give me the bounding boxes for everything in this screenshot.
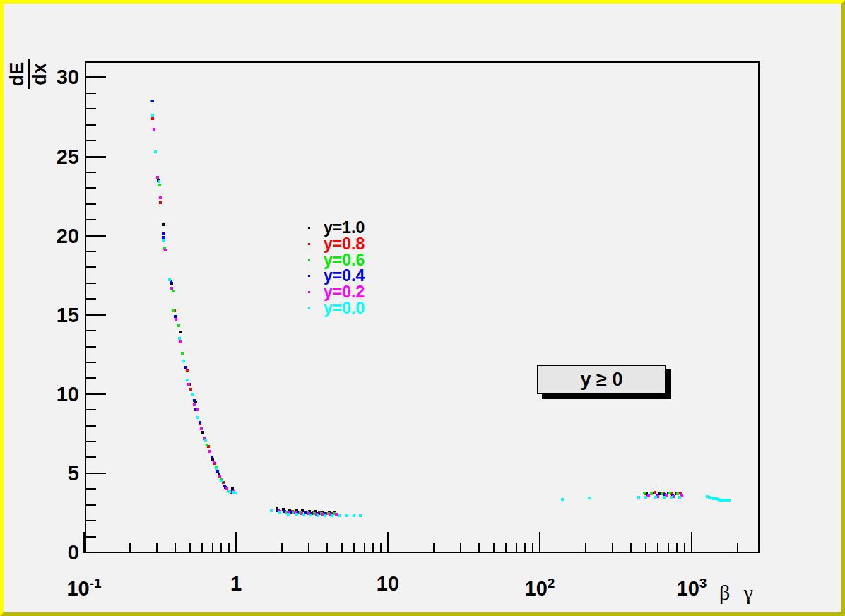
x-major-tick: [387, 532, 389, 553]
x-minor-tick: [372, 543, 374, 553]
x-major-tick: [235, 532, 237, 553]
data-point: [156, 176, 159, 179]
data-point: [151, 100, 154, 102]
data-point: [162, 239, 165, 242]
legend-label: y=0.0: [324, 300, 365, 316]
y-minor-tick: [86, 172, 96, 173]
x-minor-tick: [657, 543, 658, 553]
data-point: [302, 514, 305, 516]
data-point: [189, 388, 192, 391]
x-minor-tick: [645, 543, 646, 553]
root-canvas: 051015202530 10-1110102103 dE dx β γ y=1…: [0, 0, 845, 616]
legend-item: y=0.6: [297, 252, 396, 268]
data-point: [663, 496, 666, 499]
data-point: [204, 439, 207, 442]
y-major-tick: [86, 156, 106, 158]
legend-marker-dot: [308, 275, 310, 277]
legend-marker-dot: [308, 307, 310, 309]
y-minor-tick: [86, 346, 96, 348]
x-minor-tick: [460, 543, 461, 553]
legend-label: y=0.4: [324, 268, 365, 284]
data-point: [211, 456, 213, 458]
x-tick-label: 1: [197, 571, 275, 596]
data-point: [324, 514, 326, 517]
data-point: [588, 497, 591, 499]
annotation-box: y ≥ 0: [537, 365, 666, 394]
data-point: [168, 278, 171, 281]
x-major-tick: [539, 532, 540, 553]
y-minor-tick: [86, 330, 96, 331]
data-point: [647, 494, 650, 497]
dedx-fraction: dE dx: [7, 59, 50, 90]
legend-marker-dot: [308, 243, 310, 245]
x-major-tick: [83, 532, 85, 553]
legend-item: y=0.2: [297, 284, 396, 300]
x-minor-tick: [612, 543, 613, 553]
y-tick-label: 0: [21, 540, 79, 564]
y-minor-tick: [86, 456, 96, 458]
x-minor-tick: [326, 543, 328, 553]
x-minor-tick: [220, 543, 222, 553]
y-tick-label: 10: [21, 382, 79, 406]
legend-label: y=0.8: [324, 236, 365, 252]
x-minor-tick: [228, 543, 230, 553]
legend-item: y=0.4: [297, 268, 396, 284]
y-tick-label: 20: [21, 224, 79, 248]
data-point: [164, 249, 167, 251]
data-point: [184, 366, 187, 369]
y-tick-label: 15: [21, 303, 79, 327]
legend-marker-dot: [308, 227, 310, 229]
x-minor-tick: [189, 543, 191, 553]
data-point: [278, 511, 281, 514]
x-tick-label: 10: [349, 571, 427, 596]
data-point: [151, 114, 154, 117]
y-major-tick: [86, 235, 106, 237]
y-minor-tick: [86, 298, 96, 300]
y-minor-tick: [86, 266, 96, 268]
y-minor-tick: [86, 520, 96, 521]
y-tick-label: 25: [21, 145, 79, 169]
data-point: [654, 496, 657, 499]
annotation-label: y ≥ 0: [581, 369, 623, 390]
data-point: [309, 514, 312, 516]
data-point: [637, 496, 640, 499]
data-point: [158, 184, 161, 186]
y-minor-tick: [86, 283, 96, 284]
y-minor-tick: [86, 504, 96, 506]
data-point: [338, 514, 341, 517]
x-minor-tick: [684, 543, 685, 553]
data-point: [187, 383, 190, 386]
y-minor-tick: [86, 187, 96, 189]
y-major-tick: [86, 393, 106, 395]
legend-label: y=0.6: [324, 252, 365, 268]
x-minor-tick: [308, 543, 309, 553]
y-minor-tick: [86, 203, 96, 205]
data-point: [158, 180, 160, 183]
data-point: [208, 450, 211, 453]
data-point: [290, 511, 292, 514]
y-minor-tick: [86, 536, 96, 538]
y-minor-tick: [86, 251, 96, 252]
data-point: [728, 499, 731, 502]
x-minor-tick: [364, 543, 365, 553]
data-point: [153, 128, 155, 131]
y-axis-title-denominator: dx: [30, 59, 50, 90]
data-point: [172, 309, 175, 312]
x-minor-tick: [380, 543, 382, 553]
data-point: [186, 369, 189, 372]
y-tick-label: 5: [21, 461, 79, 485]
x-minor-tick: [478, 543, 480, 553]
data-point: [220, 480, 223, 482]
data-point: [676, 492, 679, 495]
y-minor-tick: [86, 93, 96, 94]
x-minor-tick: [281, 543, 283, 553]
x-minor-tick: [156, 543, 158, 553]
data-point: [206, 444, 208, 446]
y-minor-tick: [86, 488, 96, 490]
x-minor-tick: [505, 543, 507, 553]
data-point: [193, 399, 196, 402]
plot-frame: [85, 61, 760, 553]
data-point: [174, 315, 177, 318]
y-minor-tick: [86, 425, 96, 427]
x-minor-tick: [585, 543, 586, 553]
